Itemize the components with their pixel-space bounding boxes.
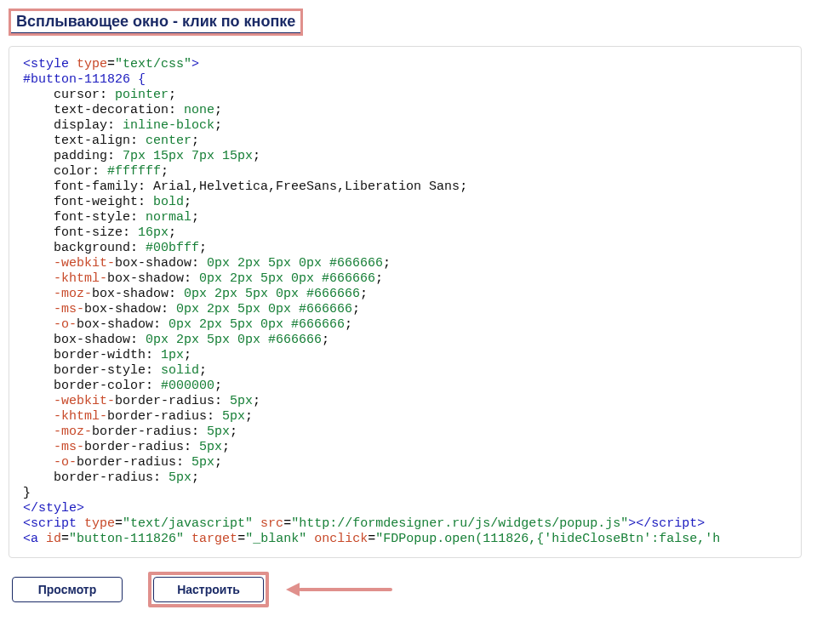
preview-button[interactable]: Просмотр [12, 577, 123, 602]
button-row: Просмотр Настроить [9, 572, 808, 607]
page-title: Всплывающее окно - клик по кнопке [11, 11, 300, 33]
arrow-annotation-icon [286, 583, 392, 596]
code-block[interactable]: <style type="text/css"> #button-111826 {… [23, 57, 787, 552]
code-scroll-area[interactable]: <style type="text/css"> #button-111826 {… [23, 57, 787, 552]
code-panel: <style type="text/css"> #button-111826 {… [9, 46, 802, 558]
configure-button[interactable]: Настроить [153, 577, 264, 602]
configure-button-highlight: Настроить [148, 572, 269, 607]
page-title-highlight: Всплывающее окно - клик по кнопке [9, 9, 303, 36]
